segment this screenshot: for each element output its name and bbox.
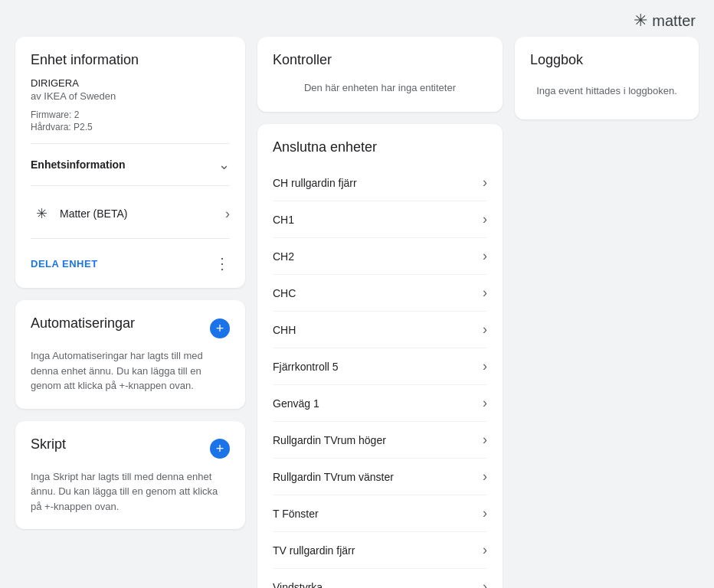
device-item-chevron-icon: › — [483, 285, 487, 301]
device-item-name: CH2 — [273, 250, 294, 263]
enhetsinformation-label: Enhetsinformation — [31, 158, 126, 171]
device-info-card: Enhet information DIRIGERA av IKEA of Sw… — [15, 37, 245, 288]
more-options-icon[interactable]: ⋮ — [215, 254, 230, 273]
automatiseringar-header: Automatiseringar + — [31, 315, 230, 341]
device-item-chevron-icon: › — [483, 542, 487, 558]
enhetsinformation-row[interactable]: Enhetsinformation ⌄ — [31, 153, 230, 176]
device-item-name: Rullgardin TVrum höger — [273, 434, 386, 446]
hardware-row: Hårdvara: P2.5 — [31, 122, 230, 132]
device-item-chevron-icon: › — [483, 579, 487, 588]
matter-beta-row[interactable]: ✳ Matter (BETA) › — [31, 195, 230, 229]
matter-chevron-icon: › — [225, 206, 230, 222]
matter-row-left: ✳ Matter (BETA) — [31, 203, 127, 224]
device-name: DIRIGERA — [31, 77, 230, 89]
device-item-name: Fjärrkontroll 5 — [273, 361, 339, 373]
device-item-chevron-icon: › — [483, 175, 487, 191]
kontroller-title: Kontroller — [273, 52, 487, 68]
right-column: Loggbok Inga event hittades i loggboken. — [515, 37, 699, 588]
list-item[interactable]: Rullgardin TVrum vänster › — [273, 459, 487, 495]
add-automatisering-button[interactable]: + — [210, 318, 230, 338]
automatiseringar-empty: Inga Automatiseringar har lagts till med… — [31, 348, 230, 394]
device-item-name: T Fönster — [273, 508, 319, 520]
divider-3 — [31, 238, 230, 239]
device-by: av IKEA of Sweden — [31, 90, 230, 102]
kontroller-empty: Den här enheten har inga entiteter — [273, 77, 487, 96]
list-item[interactable]: Vindstyrka › — [273, 569, 487, 588]
kontroller-card: Kontroller Den här enheten har inga enti… — [257, 37, 503, 112]
device-item-name: Genväg 1 — [273, 397, 319, 410]
list-item[interactable]: Rullgardin TVrum höger › — [273, 422, 487, 459]
list-item[interactable]: TV rullgardin fjärr › — [273, 532, 487, 569]
left-column: Enhet information DIRIGERA av IKEA of Sw… — [15, 37, 245, 588]
loggbok-empty: Inga event hittades i loggboken. — [530, 77, 683, 104]
skript-header: Skript + — [31, 436, 230, 462]
skript-title: Skript — [31, 436, 66, 452]
matter-logo: ✳ matter — [634, 11, 696, 31]
list-item[interactable]: CHH › — [273, 312, 487, 348]
matter-star-icon: ✳ — [634, 11, 647, 31]
top-bar: ✳ matter — [0, 0, 714, 37]
device-item-chevron-icon: › — [483, 432, 487, 448]
device-item-name: CHH — [273, 324, 296, 336]
firmware-row: Firmware: 2 — [31, 109, 230, 120]
chevron-down-icon: ⌄ — [218, 156, 230, 173]
loggbok-card: Loggbok Inga event hittades i loggboken. — [515, 37, 699, 119]
device-item-chevron-icon: › — [483, 505, 487, 521]
device-item-chevron-icon: › — [483, 248, 487, 264]
automatiseringar-title: Automatiseringar — [31, 315, 135, 332]
anslutna-card: Anslutna enheter CH rullgardin fjärr › C… — [257, 124, 503, 588]
dela-button[interactable]: DELA ENHET — [31, 258, 98, 270]
main-grid: Enhet information DIRIGERA av IKEA of Sw… — [0, 37, 714, 588]
automatiseringar-card: Automatiseringar + Inga Automatiseringar… — [15, 300, 245, 409]
device-list: CH rullgardin fjärr › CH1 › CH2 › CHC › … — [273, 165, 487, 588]
list-item[interactable]: T Fönster › — [273, 495, 487, 532]
device-item-name: CH1 — [273, 214, 294, 226]
device-item-chevron-icon: › — [483, 358, 487, 374]
list-item[interactable]: Genväg 1 › — [273, 385, 487, 422]
skript-card: Skript + Inga Skript har lagts till med … — [15, 421, 245, 530]
device-item-name: Vindstyrka — [273, 581, 323, 589]
device-item-chevron-icon: › — [483, 322, 487, 338]
matter-logo-text: matter — [652, 12, 696, 30]
list-item[interactable]: CHC › — [273, 275, 487, 312]
device-item-name: CHC — [273, 287, 296, 299]
device-info-title: Enhet information — [31, 52, 230, 68]
matter-beta-label: Matter (BETA) — [60, 207, 127, 220]
dela-row: DELA ENHET ⋮ — [31, 248, 230, 273]
middle-column: Kontroller Den här enheten har inga enti… — [257, 37, 503, 588]
device-item-chevron-icon: › — [483, 395, 487, 411]
device-item-name: TV rullgardin fjärr — [273, 544, 355, 557]
device-item-name: CH rullgardin fjärr — [273, 177, 357, 189]
divider-2 — [31, 185, 230, 186]
divider-1 — [31, 143, 230, 144]
device-item-name: Rullgardin TVrum vänster — [273, 471, 394, 483]
matter-icon: ✳ — [31, 203, 52, 224]
add-skript-button[interactable]: + — [210, 439, 230, 459]
list-item[interactable]: CH rullgardin fjärr › — [273, 165, 487, 201]
device-item-chevron-icon: › — [483, 211, 487, 227]
skript-empty: Inga Skript har lagts till med denna enh… — [31, 469, 230, 514]
anslutna-title: Anslutna enheter — [273, 139, 487, 155]
list-item[interactable]: CH1 › — [273, 201, 487, 238]
list-item[interactable]: CH2 › — [273, 238, 487, 275]
device-item-chevron-icon: › — [483, 469, 487, 485]
loggbok-title: Loggbok — [530, 52, 683, 68]
list-item[interactable]: Fjärrkontroll 5 › — [273, 348, 487, 385]
